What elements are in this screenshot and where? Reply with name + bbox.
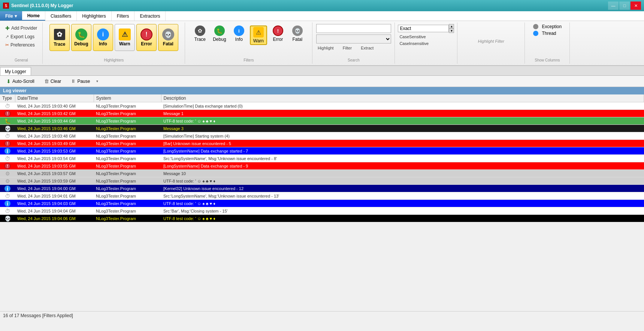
table-row[interactable]: i Wed, 24 Jun 2015 19:04:00 GM NLog3Test… (0, 185, 644, 192)
tab-classifiers[interactable]: Classifiers (45, 11, 77, 21)
filter-button[interactable]: Filter (341, 45, 353, 51)
table-row[interactable]: i Wed, 24 Jun 2015 19:04:03 GM NLog3Test… (0, 200, 644, 207)
hl-info-button[interactable]: i Info (93, 24, 113, 51)
tab-highlighters[interactable]: Highlighters (77, 11, 111, 21)
table-row[interactable]: ⏱ Wed, 24 Jun 2015 19:03:40 GM NLog3Test… (0, 102, 644, 110)
table-row[interactable]: ⏱ Wed, 24 Jun 2015 19:04:04 GM NLog3Test… (0, 207, 644, 215)
filter-info-label: Info (235, 37, 243, 42)
description-cell: Src:'LongSystemName', Msg:'Unknown issue… (161, 155, 644, 162)
extract-button[interactable]: Extract (359, 45, 375, 51)
hl-trace-button[interactable]: ✿ Trace (49, 24, 70, 51)
system-cell: NLog3Tester.Program (94, 125, 161, 132)
exception-column-toggle[interactable]: Exception (533, 24, 562, 29)
table-row[interactable]: 💀 Wed, 24 Jun 2015 19:04:06 GM NLog3Test… (0, 215, 644, 222)
filter-error-label: Error (273, 37, 283, 42)
description-cell: [Bar] Unknown issue encountered - 5 (161, 140, 644, 147)
filter-fatal-button[interactable]: 💀 Fatal (289, 25, 306, 42)
ribbon: ✚ Add Provider ↗ Export Logs ✂ Preferenc… (0, 21, 644, 66)
description-cell: Message 10 (161, 170, 644, 177)
ribbon-group-search: Highlight Filter Extract Search (312, 22, 395, 64)
datetime-cell: Wed, 24 Jun 2015 19:03:49 GM (15, 140, 94, 147)
clear-button[interactable]: 🗑 Clear (41, 77, 65, 85)
filter-warn-button[interactable]: ⚠ Warn (250, 25, 267, 45)
maximize-button[interactable]: □ (619, 1, 630, 10)
log-table-container[interactable]: Type Date/Time System Description ⏱ Wed,… (0, 94, 644, 311)
hl-debug-button[interactable]: 🐛 Debug (71, 24, 91, 51)
doc-tab-mylogger[interactable]: My Logger (0, 67, 31, 75)
search-group-label: Search (312, 58, 394, 62)
export-logs-label: Export Logs (10, 34, 34, 39)
table-row[interactable]: 💀 Wed, 24 Jun 2015 19:03:46 GM NLog3Test… (0, 125, 644, 132)
type-cell: ⏱ (0, 132, 15, 140)
tab-home[interactable]: Home (22, 11, 45, 21)
filter-trace-button[interactable]: ✿ Trace (191, 25, 209, 42)
filter-error-button[interactable]: ! Error (269, 25, 287, 42)
tab-extractors[interactable]: Extractors (134, 11, 166, 21)
file-label: File (5, 13, 13, 19)
system-cell: NLog3Tester.Program (94, 192, 161, 200)
table-row[interactable]: ! Wed, 24 Jun 2015 19:03:55 GM NLog3Test… (0, 162, 644, 170)
datetime-cell: Wed, 24 Jun 2015 19:03:44 GM (15, 117, 94, 125)
toolbar-dropdown-arrow[interactable]: ▾ (96, 79, 98, 83)
search-type-dropdown[interactable] (316, 34, 391, 43)
system-cell: NLog3Tester.Program (94, 185, 161, 192)
hl-warn-button[interactable]: ⚠ Warn (115, 24, 135, 51)
system-cell: NLog3Tester.Program (94, 162, 161, 170)
search-input[interactable] (316, 24, 391, 33)
auto-scroll-button[interactable]: ⬇ Auto-Scroll (3, 77, 38, 86)
description-cell: Src:'LongSystemName', Msg:'Unknown issue… (161, 192, 644, 200)
doc-tab-bar: My Logger (0, 66, 644, 76)
table-row[interactable]: i Wed, 24 Jun 2015 19:03:53 GM NLog3Test… (0, 147, 644, 155)
table-row[interactable]: ⚙ Wed, 24 Jun 2015 19:03:59 GM NLog3Test… (0, 177, 644, 185)
match-scroll-up[interactable]: ▲ (449, 24, 454, 28)
type-cell: ⏱ (0, 192, 15, 200)
match-case-sensitive-label: CaseSensitive (398, 34, 427, 40)
highlighters-group-label: Highlighters (43, 58, 185, 62)
export-logs-button[interactable]: ↗ Export Logs (3, 33, 37, 40)
pause-button[interactable]: ⏸ Pause (67, 77, 93, 85)
table-row[interactable]: 🐛 Wed, 24 Jun 2015 19:03:44 GM NLog3Test… (0, 117, 644, 125)
window-controls: — □ ✕ (608, 1, 641, 10)
description-cell: [LongSystemName] Data exchange started -… (161, 162, 644, 170)
filter-info-button[interactable]: i Info (230, 25, 248, 42)
system-cell: NLog3Tester.Program (94, 170, 161, 177)
datetime-cell: Wed, 24 Jun 2015 19:03:54 GM (15, 155, 94, 162)
table-row[interactable]: ! Wed, 24 Jun 2015 19:03:42 GM NLog3Test… (0, 110, 644, 117)
table-row[interactable]: ⏱ Wed, 24 Jun 2015 19:03:48 GM NLog3Test… (0, 132, 644, 140)
minimize-button[interactable]: — (608, 1, 619, 10)
col-datetime: Date/Time (15, 94, 94, 102)
filter-debug-button[interactable]: 🐛 Debug (211, 25, 228, 42)
close-button[interactable]: ✕ (631, 1, 641, 10)
type-cell: i (0, 147, 15, 155)
table-row[interactable]: ! Wed, 24 Jun 2015 19:03:49 GM NLog3Test… (0, 140, 644, 147)
thread-column-toggle[interactable]: Thread (533, 31, 556, 36)
log-viewer-container: Log viewer Type Date/Time System Descrip… (0, 87, 644, 311)
type-cell: 💀 (0, 215, 15, 222)
file-dropdown-icon: ▾ (15, 13, 17, 19)
tab-filters[interactable]: Filters (112, 11, 135, 21)
add-provider-button[interactable]: ✚ Add Provider (3, 24, 39, 32)
file-menu-button[interactable]: File ▾ (0, 11, 22, 21)
type-cell: ⚙ (0, 170, 15, 177)
ribbon-group-highlighters: ✿ Trace 🐛 Debug i Info (43, 22, 185, 64)
datetime-cell: Wed, 24 Jun 2015 19:04:01 GM (15, 192, 94, 200)
type-cell: 💀 (0, 125, 15, 132)
system-cell: NLog3Tester.Program (94, 200, 161, 207)
datetime-cell: Wed, 24 Jun 2015 19:03:57 GM (15, 170, 94, 177)
system-cell: NLog3Tester.Program (94, 155, 161, 162)
filter-debug-label: Debug (213, 37, 226, 42)
table-row[interactable]: ⏱ Wed, 24 Jun 2015 19:04:01 GM NLog3Test… (0, 192, 644, 200)
table-row[interactable]: ⚙ Wed, 24 Jun 2015 19:03:57 GM NLog3Test… (0, 170, 644, 177)
hl-fatal-button[interactable]: 💀 Fatal (158, 24, 178, 51)
table-row[interactable]: ⏱ Wed, 24 Jun 2015 19:03:54 GM NLog3Test… (0, 155, 644, 162)
toolbar: ⬇ Auto-Scroll 🗑 Clear ⏸ Pause ▾ (0, 76, 644, 87)
system-cell: NLog3Tester.Program (94, 110, 161, 117)
type-cell: ⏱ (0, 155, 15, 162)
type-cell: ! (0, 140, 15, 147)
match-scroll-down[interactable]: ▼ (449, 28, 454, 33)
hl-error-button[interactable]: ! Error (136, 24, 157, 51)
preferences-button[interactable]: ✂ Preferences (3, 41, 37, 49)
datetime-cell: Wed, 24 Jun 2015 19:03:55 GM (15, 162, 94, 170)
system-cell: NLog3Tester.Program (94, 215, 161, 222)
highlight-button[interactable]: Highlight (316, 45, 335, 51)
